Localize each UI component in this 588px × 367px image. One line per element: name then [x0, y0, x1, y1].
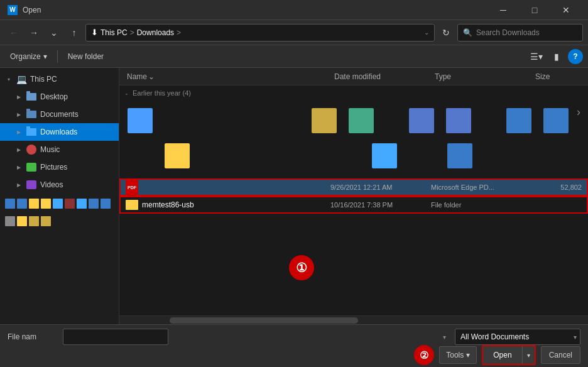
sidebar-item-videos[interactable]: ▶ Videos	[0, 176, 119, 194]
sidebar-item-pictures[interactable]: ▶ Pictures	[0, 158, 119, 176]
up-button[interactable]: ↑	[65, 24, 83, 41]
large-icon-6	[506, 108, 531, 133]
file-row-pdf-name: PDF	[126, 180, 330, 195]
sidebar: ▾ 💻 This PC ▶ Desktop ▶ Documents	[0, 68, 119, 324]
color-block-2	[17, 199, 27, 209]
cancel-button[interactable]: Cancel	[541, 346, 580, 364]
preview-pane-button[interactable]: ▮	[548, 48, 565, 65]
col-header-type[interactable]: Type	[432, 68, 533, 85]
large-icon-item-10[interactable]	[440, 141, 480, 171]
main-area: ▾ 💻 This PC ▶ Desktop ▶ Documents	[0, 68, 588, 324]
group-header[interactable]: ⌄ Earlier this year (4)	[119, 85, 588, 101]
large-icon-item-3[interactable]	[346, 106, 377, 136]
recent-locations-button[interactable]: ⌄	[45, 24, 63, 41]
file-name-wrapper: ▾	[63, 329, 450, 345]
maximize-button[interactable]: □	[520, 0, 549, 20]
large-icon-item-2[interactable]	[308, 106, 340, 136]
color-block-8	[89, 199, 99, 209]
new-folder-button[interactable]: New folder	[63, 48, 109, 65]
sidebar-item-desktop[interactable]: ▶ Desktop	[0, 88, 119, 106]
color-block-11	[17, 216, 27, 226]
color-block-9	[101, 199, 111, 209]
sidebar-item-downloads[interactable]: ▶ Downloads	[0, 123, 119, 141]
path-separator-1: >	[130, 28, 134, 37]
horizontal-scrollbar[interactable]	[119, 315, 588, 324]
documents-label: Documents	[40, 110, 79, 119]
group-expand-icon: ⌄	[124, 90, 129, 96]
title-bar-left: W Open	[8, 5, 41, 15]
sidebar-item-documents[interactable]: ▶ Documents	[0, 106, 119, 123]
title-bar: W Open ─ □ ✕	[0, 0, 588, 20]
pdf-type: Microsoft Edge PD...	[431, 184, 531, 191]
large-icon-item-5[interactable]	[443, 106, 474, 136]
bottom-row-2: ② Tools ▾ Open ▾ Cancel	[8, 345, 580, 365]
open-button[interactable]: Open	[483, 346, 521, 364]
search-box[interactable]: 🔍 Search Downloads	[457, 24, 583, 41]
address-bar-row: ← → ⌄ ↑ ⬇ This PC > Downloads > ⌄ ↻ 🔍 Se…	[0, 20, 588, 45]
large-icons-row-1: ›	[119, 101, 588, 138]
sidebar-item-music[interactable]: ▶ Music	[0, 141, 119, 158]
open-dropdown-button[interactable]: ▾	[522, 346, 535, 364]
file-type-wrapper: All Word Documents Word Documents (*.doc…	[455, 329, 580, 345]
address-bar[interactable]: ⬇ This PC > Downloads > ⌄	[85, 24, 435, 41]
search-placeholder: Search Downloads	[476, 28, 540, 37]
col-header-name[interactable]: Name ⌄	[124, 68, 332, 85]
pictures-label: Pictures	[40, 163, 67, 172]
address-icon: ⬇	[91, 28, 98, 37]
window-title: Open	[23, 6, 41, 14]
music-expand-icon: ▶	[15, 146, 23, 153]
view-button[interactable]: ☰ ▾	[528, 48, 545, 65]
content-area: Name ⌄ Date modified Type Size ⌄ Earlier…	[119, 68, 588, 324]
large-icon-1	[128, 108, 153, 133]
col-header-date[interactable]: Date modified	[332, 68, 432, 85]
path-part-downloads: Downloads	[137, 28, 174, 37]
group-label: Earlier this year (4)	[133, 89, 191, 97]
help-button[interactable]: ?	[568, 49, 583, 64]
open-button-group: Open ▾	[482, 345, 535, 365]
color-block-13	[41, 216, 51, 226]
large-icon-item-7[interactable]	[540, 106, 572, 136]
large-icon-item-1[interactable]	[124, 106, 156, 136]
bottom-bar: File nam ▾ All Word Documents Word Docum…	[0, 324, 588, 367]
large-icon-10	[447, 143, 472, 168]
sidebar-item-thispc[interactable]: ▾ 💻 This PC	[0, 70, 119, 88]
thispc-icon: 💻	[16, 74, 26, 84]
music-label: Music	[40, 145, 60, 154]
documents-expand-icon: ▶	[15, 111, 23, 118]
large-icon-item-8[interactable]	[157, 141, 197, 171]
app-icon: W	[8, 5, 18, 15]
color-block-7	[77, 199, 87, 209]
forward-button[interactable]: →	[25, 24, 43, 41]
address-dropdown-icon[interactable]: ⌄	[424, 29, 429, 36]
folder-filename: memtest86-usb	[142, 200, 194, 209]
thispc-expand-icon: ▾	[5, 75, 13, 83]
file-row-folder[interactable]: memtest86-usb 10/16/2021 7:38 PM File fo…	[119, 196, 588, 214]
large-icon-item-6[interactable]	[503, 106, 535, 136]
large-icon-item-9[interactable]	[364, 141, 405, 171]
color-block-5	[53, 199, 63, 209]
col-header-size[interactable]: Size	[533, 68, 583, 85]
organize-button[interactable]: Organize ▾	[5, 48, 52, 65]
filename-dropdown-icon: ▾	[443, 334, 446, 341]
toolbar-right: ☰ ▾ ▮ ?	[528, 48, 583, 65]
folder-type: File folder	[431, 201, 531, 209]
color-block-3	[29, 199, 39, 209]
path-part-thispc: This PC	[101, 28, 128, 37]
file-type-select[interactable]: All Word Documents Word Documents (*.doc…	[455, 329, 580, 345]
column-headers: Name ⌄ Date modified Type Size	[119, 68, 588, 85]
videos-expand-icon: ▶	[15, 181, 23, 189]
large-icon-item-4[interactable]	[406, 106, 437, 136]
file-name-label: File nam	[8, 332, 58, 341]
folder-date: 10/16/2021 7:38 PM	[330, 201, 431, 209]
videos-icon	[26, 180, 36, 190]
file-name-input[interactable]	[63, 329, 168, 345]
tools-button[interactable]: Tools ▾	[439, 346, 477, 364]
large-icons-row-2	[119, 141, 588, 176]
downloads-label: Downloads	[40, 128, 77, 136]
minimize-button[interactable]: ─	[489, 0, 518, 20]
refresh-button[interactable]: ↻	[437, 24, 455, 41]
file-row-pdf[interactable]: PDF 9/26/2021 12:21 AM Microsoft Edge PD…	[119, 178, 588, 196]
large-icon-5	[446, 108, 471, 133]
close-button[interactable]: ✕	[552, 0, 580, 20]
back-button[interactable]: ←	[5, 24, 23, 41]
